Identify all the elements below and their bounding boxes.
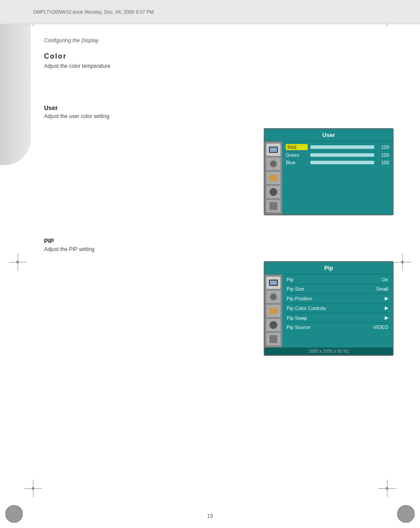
icon-monitor bbox=[266, 144, 280, 156]
user-green-fill bbox=[310, 153, 374, 157]
pip-row-position-arrow: ▶ bbox=[385, 295, 388, 301]
pip-icon-cable bbox=[266, 305, 280, 317]
icon-wrench bbox=[266, 200, 280, 212]
page: OMPLTV20NW32.book Monday, Dec. 04, 2006 … bbox=[0, 0, 420, 528]
user-red-bar bbox=[310, 145, 374, 149]
section-header: Configuring the Display bbox=[44, 37, 394, 44]
user-green-value: 100 bbox=[377, 152, 389, 158]
user-green-row: Green 100 bbox=[286, 152, 389, 158]
pip-row-color-controls: Pip Color Controls ▶ bbox=[286, 303, 389, 313]
pip-row-pip-value: On bbox=[382, 277, 388, 282]
pip-section: PIP Adjust the PIP setting Pip bbox=[44, 237, 394, 356]
user-screen-icons bbox=[265, 141, 282, 214]
user-screen-container: User bbox=[44, 128, 394, 215]
pip-tv-screen: Pip bbox=[264, 261, 394, 356]
pip-icon-wrench bbox=[266, 333, 280, 345]
pip-row-swap-label: Pip Swap bbox=[287, 315, 307, 321]
user-screen-content: Red 100 Green bbox=[282, 141, 393, 214]
pip-row-source: Pip Source VIDEO bbox=[286, 323, 389, 332]
user-screen-title: User bbox=[265, 129, 393, 141]
user-red-row: Red 100 bbox=[286, 144, 389, 150]
user-screen-body: Red 100 Green bbox=[265, 141, 393, 214]
pip-screen-container: Pip bbox=[44, 261, 394, 356]
pip-row-color-label: Pip Color Controls bbox=[287, 306, 326, 311]
user-tv-screen: User bbox=[264, 128, 394, 215]
pip-title: PIP bbox=[44, 237, 394, 244]
pip-row-size: Pip Size Small bbox=[286, 284, 389, 294]
pip-screen-content: Pip On Pip Size Small Pip Position ▶ bbox=[282, 274, 393, 347]
user-green-label: Green bbox=[286, 152, 308, 158]
color-title: Color bbox=[44, 52, 394, 60]
icon-speaker bbox=[266, 186, 280, 198]
pip-subtitle: Adjust the PIP setting bbox=[44, 246, 394, 252]
color-section: Color Adjust the color temperature bbox=[44, 52, 394, 69]
user-blue-value: 100 bbox=[377, 160, 389, 165]
main-content: Configuring the Display Color Adjust the… bbox=[31, 24, 407, 502]
user-blue-label: Blue bbox=[286, 160, 308, 165]
pip-icon-gear bbox=[266, 291, 280, 303]
page-number: 19 bbox=[207, 513, 213, 519]
user-blue-row: Blue 100 bbox=[286, 160, 389, 165]
user-title: User bbox=[44, 104, 394, 111]
pip-screen-title: Pip bbox=[265, 262, 393, 274]
pip-screen-body: Pip On Pip Size Small Pip Position ▶ bbox=[265, 274, 393, 347]
user-blue-bar bbox=[310, 161, 374, 164]
color-subtitle: Adjust the color temperature bbox=[44, 63, 394, 69]
pip-row-position: Pip Position ▶ bbox=[286, 294, 389, 303]
pip-row-color-arrow: ▶ bbox=[385, 305, 388, 311]
crosshair-mid-left bbox=[9, 253, 26, 271]
user-red-fill bbox=[310, 145, 374, 149]
pip-row-swap: Pip Swap ▶ bbox=[286, 313, 389, 323]
user-red-value: 100 bbox=[377, 144, 389, 150]
pip-row-size-value: Small bbox=[376, 286, 388, 292]
user-green-bar bbox=[310, 153, 374, 157]
user-section: User Adjust the user color setting User bbox=[44, 104, 394, 215]
pip-row-position-label: Pip Position bbox=[287, 296, 312, 301]
header-text: OMPLTV20NW32.book Monday, Dec. 04, 2006 … bbox=[33, 9, 154, 15]
pip-row-pip-label: Pip bbox=[287, 277, 294, 282]
pip-screen-icons bbox=[265, 274, 282, 347]
pip-row-source-label: Pip Source bbox=[287, 325, 310, 330]
pip-row-pip: Pip On bbox=[286, 275, 389, 284]
icon-cable bbox=[266, 172, 280, 184]
top-bar: OMPLTV20NW32.book Monday, Dec. 04, 2006 … bbox=[0, 0, 420, 24]
pip-row-swap-arrow: ▶ bbox=[385, 315, 388, 321]
pip-row-source-value: VIDEO bbox=[373, 325, 388, 330]
pip-icon-monitor bbox=[266, 277, 280, 289]
user-subtitle: Adjust the user color setting bbox=[44, 113, 394, 119]
user-blue-fill bbox=[310, 161, 374, 164]
user-red-label: Red bbox=[286, 144, 308, 150]
pip-icon-speaker bbox=[266, 319, 280, 331]
pip-screen-footer: 1680 x 1050 x 60 Hz bbox=[265, 347, 393, 355]
left-curve-decoration bbox=[0, 24, 31, 165]
pip-row-size-label: Pip Size bbox=[287, 286, 304, 292]
icon-gear bbox=[266, 158, 280, 170]
